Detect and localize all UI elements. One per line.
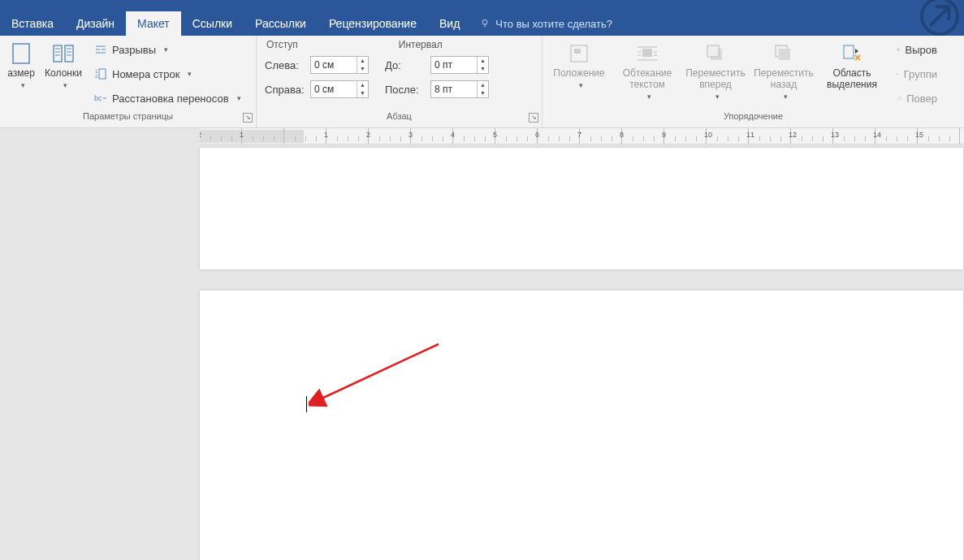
align-button[interactable]: Выров [892,39,942,60]
rotate-button[interactable]: Повер [892,88,942,109]
spacing-after-label: После: [385,84,427,96]
svg-text:2: 2 [95,74,98,79]
svg-rect-20 [779,49,790,60]
document-page[interactable] [200,291,963,560]
indent-title: Отступ [262,37,298,52]
bring-forward-button[interactable]: Переместить вперед [684,39,747,101]
tell-me-search[interactable]: Что вы хотите сделать? [471,11,620,36]
page-setup-launcher[interactable]: ↘ [243,113,253,123]
document-area: 21123456789101112131415 [0,128,964,560]
line-numbers-button[interactable]: 12 Номера строк [89,63,246,84]
spacing-before-spinner[interactable]: ▲▼ [430,56,489,74]
selection-pane-button[interactable]: Область выделения [820,39,884,91]
svg-text:bc: bc [94,94,102,102]
ribbon: азмер Колонки Разрывы 12 [0,36,964,128]
down-arrow-icon[interactable]: ▼ [478,89,488,97]
svg-rect-1 [13,44,29,63]
wrap-text-button[interactable]: Обтекание текстом [616,39,679,101]
tab-insert[interactable]: Вставка [0,11,65,36]
indent-right-label: Справа: [265,84,307,96]
tab-review[interactable]: Рецензирование [318,11,428,36]
title-bar [0,0,964,11]
rotate-icon [897,92,901,105]
send-backward-button[interactable]: Переместить назад [752,39,815,101]
svg-rect-2 [54,45,62,62]
tab-layout[interactable]: Макет [126,11,181,36]
text-caret [306,396,307,412]
indent-right-spinner[interactable]: ▲▼ [310,80,369,98]
tab-view[interactable]: Вид [428,11,471,36]
hyphenation-icon: bc [94,92,107,105]
line-numbers-icon: 12 [94,67,107,80]
hyphenation-button[interactable]: bc Расстановка переносов [89,88,246,109]
spacing-before-label: До: [385,59,427,71]
svg-rect-16 [642,49,652,57]
svg-rect-21 [844,45,854,58]
align-icon [897,43,901,56]
spacing-after-spinner[interactable]: ▲▼ [430,80,489,98]
spacing-after-input[interactable] [431,81,477,97]
down-arrow-icon[interactable]: ▼ [357,89,368,97]
svg-rect-23 [897,74,898,75]
indent-left-input[interactable] [311,57,357,73]
page-size-icon [8,41,34,67]
columns-button[interactable]: Колонки [42,39,84,89]
down-arrow-icon[interactable]: ▼ [478,65,488,73]
indent-right-input[interactable] [311,81,357,97]
down-arrow-icon[interactable]: ▼ [357,65,368,73]
up-arrow-icon[interactable]: ▲ [478,57,488,65]
tab-mailings[interactable]: Рассылки [244,11,318,36]
tell-me-placeholder: Что вы хотите сделать? [495,18,612,30]
breaks-button[interactable]: Разрывы [89,39,246,60]
spacing-title: Интервал [394,37,443,52]
horizontal-ruler[interactable]: 21123456789101112131415 [200,128,964,144]
svg-rect-12 [99,69,106,79]
group-label-arrange: Упорядочение [543,111,964,127]
bring-forward-icon [702,41,728,67]
size-button[interactable]: азмер [5,39,37,89]
spacing-before-input[interactable] [431,57,477,73]
send-backward-icon [771,41,797,67]
indent-left-label: Слева: [265,59,307,71]
breaks-icon [94,43,107,56]
svg-point-0 [482,19,487,24]
group-icon [897,67,899,80]
ribbon-tabs: Вставка Дизайн Макет Ссылки Рассылки Рец… [0,11,964,36]
selection-pane-icon [839,41,865,67]
paragraph-launcher[interactable]: ↘ [529,113,538,123]
up-arrow-icon[interactable]: ▲ [357,81,368,89]
position-icon [566,41,592,67]
tab-design[interactable]: Дизайн [65,11,126,36]
indent-left-spinner[interactable]: ▲▼ [310,56,369,74]
tab-references[interactable]: Ссылки [181,11,244,36]
document-page-prev[interactable] [200,148,963,269]
svg-rect-18 [707,45,719,57]
up-arrow-icon[interactable]: ▲ [357,57,368,65]
svg-rect-22 [897,73,897,74]
group-label-paragraph: Абзац ↘ [257,111,542,127]
position-button[interactable]: Положение [547,39,611,89]
up-arrow-icon[interactable]: ▲ [478,81,488,89]
svg-rect-3 [65,45,73,62]
wrap-text-icon [634,41,660,67]
group-label-page-setup: Параметры страницы ↘ [0,111,256,127]
svg-rect-15 [574,49,581,54]
group-button[interactable]: Группи [892,63,942,84]
columns-icon [50,41,76,67]
lightbulb-icon [479,18,491,29]
